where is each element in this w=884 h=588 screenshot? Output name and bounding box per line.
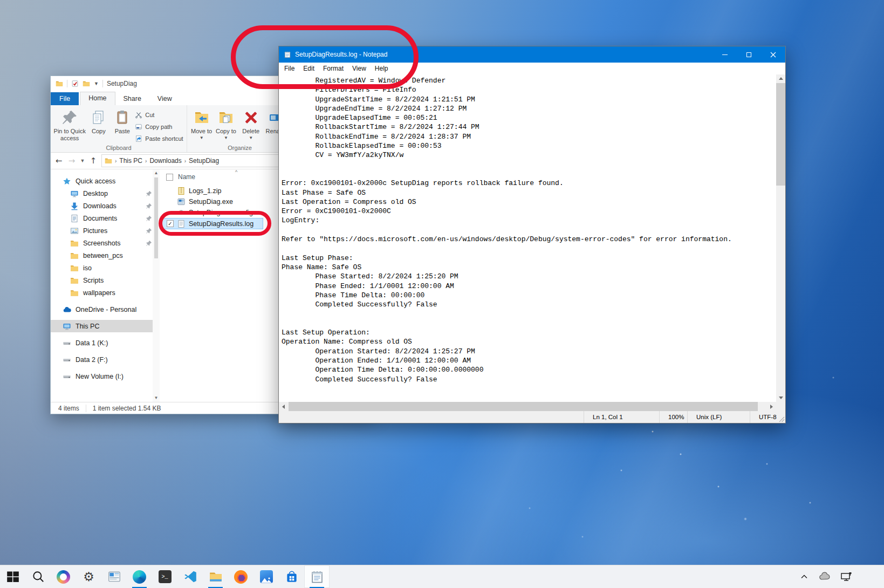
notepad-statusbar: Ln 1, Col 1 100% Unix (LF) UTF-8: [279, 411, 785, 423]
qat-new-folder-icon[interactable]: [83, 80, 90, 87]
sidebar-item-screenshots[interactable]: Screenshots: [51, 237, 160, 249]
menu-file[interactable]: File: [280, 63, 299, 74]
paste-shortcut-button[interactable]: Paste shortcut: [134, 133, 184, 143]
minimize-button[interactable]: [712, 46, 737, 63]
taskbar-copilot-button[interactable]: [51, 565, 76, 588]
taskbar-terminal-button[interactable]: >_: [152, 565, 177, 588]
taskbar-notepad-button[interactable]: [304, 565, 330, 588]
menu-help[interactable]: Help: [371, 63, 393, 74]
file-row-logs-zip[interactable]: Logs_1.zip: [160, 186, 263, 196]
taskbar-vscode-button[interactable]: [177, 565, 203, 588]
sidebar-item-onedrive[interactable]: OneDrive - Personal: [51, 303, 160, 316]
file-row-setupdiag-exe[interactable]: SetupDiag.exe: [160, 196, 263, 207]
scroll-right-arrow-icon: [770, 405, 773, 409]
sidebar-item-desktop[interactable]: Desktop: [51, 187, 160, 200]
taskbar-search-button[interactable]: [25, 565, 51, 588]
sidebar-item-between-pcs[interactable]: between_pcs: [51, 249, 160, 262]
up-button[interactable]: ↑: [88, 156, 98, 166]
forward-button[interactable]: →: [67, 156, 77, 166]
file-row-setupdiag-config[interactable]: ⚙ SetupDiag.exe.config: [160, 207, 263, 218]
vertical-scrollbar[interactable]: [776, 74, 785, 402]
menu-edit[interactable]: Edit: [299, 63, 319, 74]
scrollbar-thumb[interactable]: [154, 177, 158, 258]
taskbar-photos-button[interactable]: [253, 565, 279, 588]
file-row-setupdiagresults-log[interactable]: ✓ SetupDiagResults.log: [160, 218, 263, 229]
taskbar-system-app-button[interactable]: [101, 565, 127, 588]
scroll-right-button[interactable]: [767, 402, 776, 411]
pin-to-quick-access-button[interactable]: Pin to Quick access: [53, 107, 86, 141]
scroll-down-button[interactable]: [776, 394, 785, 402]
scroll-down-arrow-icon[interactable]: ▼: [154, 395, 159, 400]
breadcrumb-chevron: ›: [115, 158, 117, 164]
vscode-icon: [183, 570, 197, 584]
sidebar-item-iso[interactable]: iso: [51, 262, 160, 274]
sidebar-item-quick-access[interactable]: Quick access: [51, 175, 160, 187]
horizontal-scrollbar-thumb[interactable]: [289, 402, 758, 411]
sidebar-item-wallpapers[interactable]: wallpapers: [51, 286, 160, 299]
tab-share[interactable]: Share: [115, 93, 149, 105]
menu-format[interactable]: Format: [319, 63, 348, 74]
selection-info: 1 item selected 1.54 KB: [93, 405, 161, 412]
scroll-left-button[interactable]: [279, 402, 288, 411]
pictures-icon: [70, 227, 79, 235]
divider: [102, 80, 103, 87]
vertical-scrollbar-thumb[interactable]: [776, 83, 785, 186]
qat-properties-icon[interactable]: [71, 80, 79, 87]
drive-icon: [63, 355, 71, 364]
network-tray-icon[interactable]: [840, 570, 853, 583]
select-all-checkbox[interactable]: [166, 174, 173, 181]
divider: [86, 405, 86, 412]
sidebar-item-this-pc[interactable]: This PC: [51, 320, 160, 332]
tray-expand-chevron-icon[interactable]: [799, 571, 810, 582]
close-button[interactable]: [761, 46, 785, 63]
taskbar-store-button[interactable]: [279, 565, 304, 588]
copy-path-button[interactable]: Copy path: [134, 121, 184, 132]
copy-button[interactable]: Copy: [86, 107, 111, 135]
sidebar-item-pictures[interactable]: Pictures: [51, 224, 160, 237]
taskbar-start-button[interactable]: [0, 565, 25, 588]
notepad-titlebar[interactable]: SetupDiagResults.log - Notepad: [279, 46, 785, 63]
row-checkbox-checked[interactable]: ✓: [167, 220, 174, 227]
name-column-header[interactable]: Name ^: [160, 172, 268, 182]
gear-icon: ⚙: [83, 570, 94, 584]
move-to-button[interactable]: Move to ▼: [189, 107, 214, 140]
menu-view[interactable]: View: [348, 63, 371, 74]
scroll-up-arrow-icon[interactable]: ▲: [154, 170, 159, 175]
breadcrumb-downloads[interactable]: Downloads: [149, 157, 181, 165]
horizontal-scrollbar[interactable]: [279, 402, 785, 411]
back-button[interactable]: ←: [54, 156, 64, 166]
scroll-up-button[interactable]: [776, 74, 785, 83]
notepad-window[interactable]: SetupDiagResults.log - Notepad File Edit…: [278, 46, 786, 423]
taskbar-settings-button[interactable]: ⚙: [76, 565, 101, 588]
notepad-text-area[interactable]: RegisteredAV = Windows Defender FilterDr…: [279, 74, 776, 402]
cut-button[interactable]: Cut: [134, 110, 184, 120]
tab-file[interactable]: File: [51, 92, 79, 105]
taskbar-file-explorer-button[interactable]: [203, 565, 228, 588]
breadcrumb-setupdiag[interactable]: SetupDiag: [189, 157, 219, 165]
sidebar-scrollbar[interactable]: ▲ ▼: [153, 169, 160, 402]
sidebar-item-scripts[interactable]: Scripts: [51, 274, 160, 286]
sidebar-item-new-volume-drive[interactable]: New Volume (I:): [51, 370, 160, 382]
sidebar-item-data1-drive[interactable]: Data 1 (K:): [51, 337, 160, 349]
file-explorer-icon: [209, 570, 223, 584]
maximize-button[interactable]: [737, 46, 761, 63]
tab-view[interactable]: View: [149, 93, 180, 105]
sidebar-item-data2-drive[interactable]: Data 2 (F:): [51, 353, 160, 366]
breadcrumb-this-pc[interactable]: This PC: [119, 157, 142, 165]
clipboard-group-label: Clipboard: [51, 145, 187, 151]
recent-locations-chevron[interactable]: ▼: [80, 158, 85, 163]
qat-customize-chevron-icon[interactable]: ▼: [94, 81, 99, 86]
sidebar-item-downloads[interactable]: Downloads: [51, 200, 160, 212]
breadcrumb-chevron: ›: [184, 158, 186, 164]
paste-button[interactable]: Paste: [111, 107, 134, 135]
onedrive-tray-icon[interactable]: [818, 570, 831, 583]
tab-home[interactable]: Home: [80, 92, 115, 105]
delete-button[interactable]: Delete ▼: [238, 107, 264, 140]
taskbar-firefox-button[interactable]: [228, 565, 253, 588]
sort-ascending-icon: ^: [235, 169, 237, 175]
copy-to-button[interactable]: Copy to ▼: [214, 107, 238, 140]
resize-grip-icon[interactable]: [777, 415, 785, 422]
taskbar-edge-button[interactable]: [127, 565, 152, 588]
sidebar-item-documents[interactable]: Documents: [51, 212, 160, 224]
config-gear-icon: ⚙: [177, 209, 186, 216]
